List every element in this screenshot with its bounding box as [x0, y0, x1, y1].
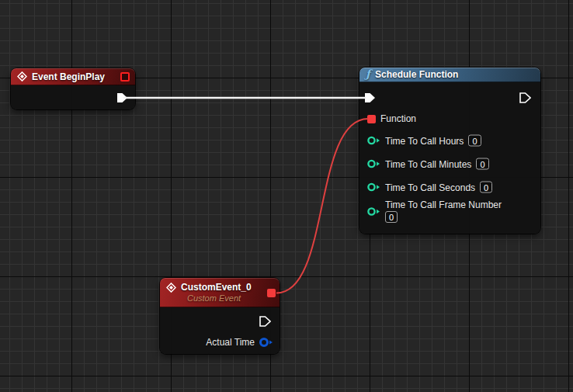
exec-out-pin[interactable] — [116, 92, 128, 103]
pin-value-input[interactable]: 0 — [476, 158, 488, 170]
event-diamond-icon — [166, 283, 176, 293]
exec-pin-icon — [259, 316, 271, 327]
node-schedule-function[interactable]: ƒ Schedule Function Function Time To Cal… — [359, 68, 540, 234]
exec-out-pin[interactable] — [519, 92, 531, 103]
object-pin-icon — [259, 337, 273, 348]
blueprint-graph-canvas[interactable]: Event BeginPlay ƒ Schedule Function F — [0, 0, 573, 392]
int-input-pin-frame-number[interactable]: Time To Call Frame Number 0 — [367, 199, 502, 223]
node-subtitle: Custom Event — [187, 293, 274, 303]
pin-value-input[interactable]: 0 — [385, 211, 398, 223]
int-input-pin-hours[interactable]: Time To Call Hours 0 — [367, 135, 481, 147]
node-custom-event-0[interactable]: CustomEvent_0 Custom Event Actual Time — [160, 278, 280, 354]
exec-in-pin[interactable] — [364, 92, 376, 103]
function-icon: ƒ — [366, 68, 370, 79]
node-title: Schedule Function — [375, 69, 458, 80]
delegate-output-pin[interactable] — [267, 289, 276, 297]
node-header[interactable]: Event BeginPlay — [11, 68, 135, 85]
node-event-beginplay[interactable]: Event BeginPlay — [11, 68, 135, 109]
int-pin-icon — [367, 206, 380, 217]
pin-label: Time To Call Hours — [385, 135, 464, 146]
exec-out-pin[interactable] — [259, 316, 271, 327]
node-header[interactable]: CustomEvent_0 Custom Event — [160, 278, 280, 307]
pin-label: Time To Call Frame Number — [385, 199, 502, 210]
pin-label: Actual Time — [206, 337, 255, 348]
pin-label: Function — [380, 113, 416, 124]
pin-label: Time To Call Minutes — [385, 158, 471, 169]
delegate-wire[interactable] — [276, 119, 368, 293]
delegate-input-pin-function[interactable]: Function — [367, 113, 416, 124]
int-input-pin-minutes[interactable]: Time To Call Minutes 0 — [367, 158, 489, 170]
pin-value-input[interactable]: 0 — [468, 135, 481, 147]
node-header[interactable]: ƒ Schedule Function — [359, 68, 540, 82]
delegate-pin-icon — [367, 115, 376, 123]
int-pin-icon — [367, 182, 380, 193]
int-pin-icon — [367, 159, 380, 169]
exec-pin-icon — [116, 92, 128, 103]
event-diamond-icon — [17, 71, 27, 82]
delegate-pin[interactable] — [120, 72, 130, 82]
exec-pin-icon — [364, 92, 376, 103]
node-title: CustomEvent_0 — [181, 282, 252, 293]
pin-label: Time To Call Seconds — [385, 182, 475, 193]
int-pin-icon — [367, 136, 380, 146]
object-output-pin-actual-time[interactable]: Actual Time — [206, 337, 273, 348]
node-title: Event BeginPlay — [32, 71, 105, 82]
pin-value-input[interactable]: 0 — [480, 182, 492, 193]
int-input-pin-seconds[interactable]: Time To Call Seconds 0 — [367, 182, 492, 193]
exec-pin-icon — [519, 92, 531, 103]
